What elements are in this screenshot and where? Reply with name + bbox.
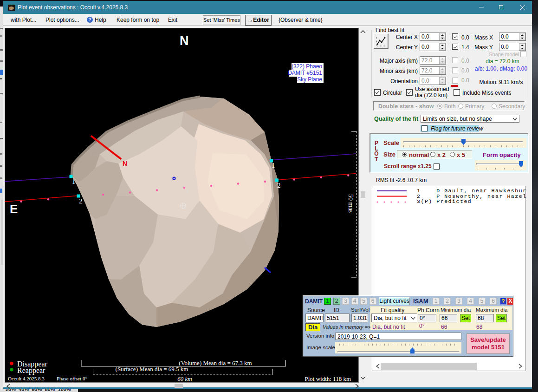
svg-text:DAMIT #5151: DAMIT #5151 [288,70,322,76]
svg-text:(Volume) Mean dia = 67.3 km: (Volume) Mean dia = 67.3 km [179,359,252,366]
svg-text:1: 1 [72,178,76,185]
svg-text:Reappear: Reappear [17,366,45,375]
svg-text:Phase offset 0°: Phase offset 0° [57,376,87,381]
svg-text:1: 1 [272,162,275,169]
svg-text:N: N [123,160,127,167]
svg-text:Plot width: 118 km: Plot width: 118 km [305,375,351,382]
svg-text:(Surface) Mean dia = 69.5 km: (Surface) Mean dia = 69.5 km [116,366,188,372]
svg-text:2: 2 [277,182,281,189]
svg-text:Sky Plane: Sky Plane [297,76,322,83]
svg-text:60 km: 60 km [177,375,192,382]
svg-text:E: E [10,202,18,216]
svg-text:N: N [180,34,189,48]
svg-text:50 mas: 50 mas [347,194,354,213]
svg-text:Occult 4.2025.8.3: Occult 4.2025.8.3 [8,376,45,381]
svg-text:(322) Phaeo: (322) Phaeo [292,63,322,70]
svg-text:3: 3 [185,188,188,195]
svg-text:2: 2 [79,197,83,205]
